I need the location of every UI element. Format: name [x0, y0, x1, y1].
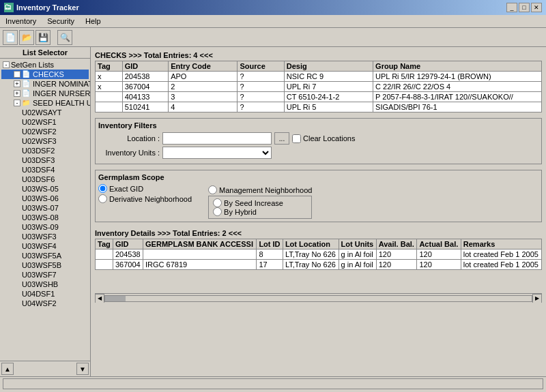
tree-item-u03wsf4[interactable]: U03WSF4	[1, 241, 89, 251]
tree-item-u03ws-08[interactable]: U03WS-08	[1, 213, 89, 222]
checks-label: CHECKS	[33, 70, 64, 78]
hscroll-bar[interactable]: ◀ ▶	[95, 293, 542, 303]
tree-item-u03wsf7[interactable]: U03WSF7	[1, 270, 89, 280]
seed-health-icon: 📁	[22, 99, 31, 107]
toolbar-new-button[interactable]: 📄	[3, 30, 18, 45]
derivative-radio[interactable]	[98, 194, 107, 203]
checks-row[interactable]: x 204538 APO ? NSIC RC 9 UPL Ri 5/IR 129…	[96, 72, 542, 82]
toolbar-find-button[interactable]: 🔍	[57, 30, 72, 45]
menu-help[interactable]: Help	[83, 16, 104, 26]
management-group: Management Neighborhood By Seed Increase…	[208, 173, 312, 219]
toolbar-open-button[interactable]: 📂	[19, 30, 34, 45]
tree-item-u03dsf4[interactable]: U03DSF4	[1, 165, 89, 175]
inger-nom-expand[interactable]: +	[14, 80, 20, 87]
detail-accession	[143, 250, 257, 260]
seed-increase-radio[interactable]	[213, 198, 222, 207]
cell-gid: 510241	[122, 102, 168, 112]
details-tbody: 204538 8 LT,Tray No 626 g in Al foil 120…	[96, 250, 542, 270]
minimize-button[interactable]: _	[506, 3, 517, 12]
hscroll-right-btn[interactable]: ▶	[532, 294, 542, 303]
clear-locations-checkbox[interactable]	[292, 134, 301, 143]
derivative-option[interactable]: Derivative Neighborhood	[98, 194, 192, 203]
location-input[interactable]	[162, 132, 272, 145]
root-expand[interactable]: -	[3, 61, 10, 68]
detail-lot-id: 8	[257, 250, 283, 260]
exact-gid-option[interactable]: Exact GID	[98, 184, 192, 193]
inventory-units-select[interactable]	[162, 147, 272, 159]
tree-item-seed-health[interactable]: - 📁 SEED HEALTH UNIT	[1, 98, 89, 108]
detail-avail-bal: 120	[376, 260, 417, 270]
maximize-button[interactable]: □	[519, 3, 530, 12]
inventory-units-label: Inventory Units :	[98, 149, 160, 157]
cell-tag	[96, 102, 123, 112]
col-group-name: Group Name	[373, 61, 542, 72]
close-button[interactable]: ✕	[531, 3, 542, 12]
seed-increase-option[interactable]: By Seed Increase	[213, 198, 307, 207]
tree-item-u03ws-07[interactable]: U03WS-07	[1, 203, 89, 213]
tree-item-u02wsf1[interactable]: U02WSF1	[1, 117, 89, 127]
management-option[interactable]: Management Neighborhood	[208, 185, 312, 194]
tree-item-u03wsf3[interactable]: U03WSF3	[1, 232, 89, 241]
cell-group-name: UPL Ri 5/IR 12979-24-1 (BROWN)	[373, 72, 542, 82]
nav-down-arrow[interactable]: ▼	[76, 363, 89, 375]
menu-security[interactable]: Security	[44, 16, 77, 26]
inger-nursery-expand[interactable]: +	[14, 90, 20, 97]
detail-lot-location: LT,Tray No 626	[283, 250, 339, 260]
detail-remarks: lot created Feb 1 2005	[461, 260, 541, 270]
tree-item-u02wsayt[interactable]: U02WSAYT	[1, 108, 89, 117]
tree-item-u04dsf1[interactable]: U04DSF1	[1, 289, 89, 299]
tree-item-inger-nomination[interactable]: + 📄 INGER NOMINATION LI	[1, 79, 89, 89]
cell-entry-code: 2	[169, 82, 238, 92]
checks-tbody: x 204538 APO ? NSIC RC 9 UPL Ri 5/IR 129…	[96, 72, 542, 112]
tree-item-u03ws-09[interactable]: U03WS-09	[1, 222, 89, 232]
toolbar-save-button[interactable]: 💾	[35, 30, 51, 45]
tree-item-u03wsf5a[interactable]: U03WSF5A	[1, 251, 89, 260]
detail-row[interactable]: 367004 IRGC 67819 17 LT,Tray No 626 g in…	[96, 260, 542, 270]
tree-item-u03dsf2[interactable]: U03DSF2	[1, 146, 89, 155]
detail-col-lot-location: Lot Location	[283, 239, 339, 250]
tree-item-u02wsf2[interactable]: U02WSF2	[1, 127, 89, 136]
checks-row[interactable]: x 367004 2 ? UPL Ri 7 C 22/IR 26//C 22/O…	[96, 82, 542, 92]
app-icon: 🗂	[4, 3, 14, 12]
location-browse-button[interactable]: ...	[274, 132, 289, 145]
cell-entry-code: 4	[169, 102, 238, 112]
tree-item-checks[interactable]: + 📄 CHECKS	[1, 70, 89, 79]
hscroll-left-btn[interactable]: ◀	[95, 294, 104, 303]
cell-gid: 404133	[122, 92, 168, 102]
detail-col-avail-bal: Avail. Bal.	[376, 239, 417, 250]
detail-lot-id: 17	[257, 260, 283, 270]
nav-up-arrow[interactable]: ▲	[1, 363, 14, 375]
tree-item-u03wshb[interactable]: U03WSHB	[1, 280, 89, 289]
inventory-units-row: Inventory Units :	[98, 147, 538, 159]
detail-col-tag: Tag	[96, 239, 113, 250]
hscroll-track[interactable]	[104, 295, 532, 302]
tree-item-u03ws-05[interactable]: U03WS-05	[1, 184, 89, 194]
inventory-details-scroll[interactable]: Tag GID GERMPLASM BANK ACCESSI Lot ID Lo…	[95, 239, 542, 293]
detail-actual-bal: 120	[417, 260, 461, 270]
tree-item-inger-nursery[interactable]: + 📄 INGER NURSERY	[1, 89, 89, 98]
tree-item-u03wsf5b[interactable]: U03WSF5B	[1, 260, 89, 270]
menu-inventory[interactable]: Inventory	[3, 16, 39, 26]
tree-item-u03dsf6[interactable]: U03DSF6	[1, 175, 89, 184]
hybrid-radio[interactable]	[213, 207, 222, 216]
tree-area: - SetGen Lists + 📄 CHECKS + 📄 INGER NOMI…	[0, 59, 90, 361]
cell-source: ?	[238, 82, 284, 92]
tree-item-u03ws-06[interactable]: U03WS-06	[1, 194, 89, 203]
cell-group-name: P 2057-F4-88-3-1/IRAT 120//SUAKOKO//	[373, 92, 542, 102]
seed-health-expand[interactable]: -	[14, 100, 20, 106]
cell-source: ?	[238, 92, 284, 102]
management-radio[interactable]	[208, 185, 217, 194]
tree-root[interactable]: - SetGen Lists	[1, 60, 89, 70]
checks-expand[interactable]: +	[14, 71, 20, 78]
checks-row[interactable]: 404133 3 ? CT 6510-24-1-2 P 2057-F4-88-3…	[96, 92, 542, 102]
tree-item-u04wsf2[interactable]: U04WSF2	[1, 299, 89, 308]
detail-row[interactable]: 204538 8 LT,Tray No 626 g in Al foil 120…	[96, 250, 542, 260]
tree-item-u02wsf3[interactable]: U02WSF3	[1, 136, 89, 146]
checks-row[interactable]: 510241 4 ? UPL Ri 5 SIGADIS/BPI 76-1	[96, 102, 542, 112]
left-panel: List Selector - SetGen Lists + 📄 CHECKS …	[0, 47, 91, 376]
hybrid-option[interactable]: By Hybrid	[213, 207, 307, 216]
cell-desig: NSIC RC 9	[284, 72, 373, 82]
exact-gid-radio[interactable]	[98, 184, 107, 193]
detail-tag	[96, 250, 113, 260]
tree-item-u03dsf3[interactable]: U03DSF3	[1, 155, 89, 165]
